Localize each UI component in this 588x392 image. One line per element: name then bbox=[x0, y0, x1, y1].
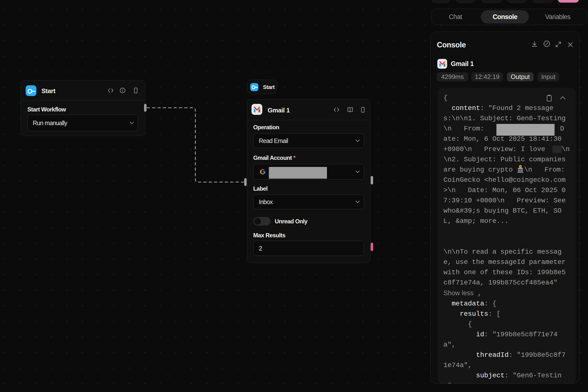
svg-text:$: $ bbox=[520, 165, 521, 168]
